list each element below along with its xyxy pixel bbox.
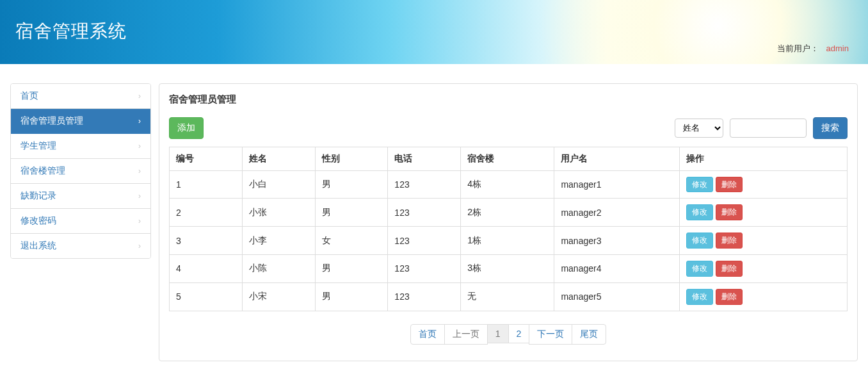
delete-button[interactable]: 删除 <box>716 177 743 193</box>
table-cell-name: 小张 <box>242 199 315 227</box>
page-prev: 上一页 <box>444 324 488 345</box>
table-cell-tel: 123 <box>388 254 461 282</box>
table-header: 电话 <box>388 147 461 170</box>
chevron-right-icon: › <box>138 117 141 126</box>
header-glow <box>538 0 868 64</box>
table-cell-ops: 修改删除 <box>679 282 847 311</box>
sidebar-item-6[interactable]: 退出系统› <box>11 234 150 258</box>
table-header: 性别 <box>315 147 388 170</box>
table-row: 4小陈男1233栋manager4修改删除 <box>170 254 848 282</box>
page-2[interactable]: 2 <box>508 324 530 343</box>
sidebar: 首页›宿舍管理员管理›学生管理›宿舍楼管理›缺勤记录›修改密码›退出系统› <box>10 83 151 361</box>
table-cell-ops: 修改删除 <box>679 254 847 282</box>
chevron-right-icon: › <box>138 241 141 250</box>
manager-table: 编号姓名性别电话宿舍楼用户名操作 1小白男1234栋manager1修改删除2小… <box>169 147 848 311</box>
toolbar: 添加 姓名 搜索 <box>169 117 848 139</box>
sidebar-item-1[interactable]: 宿舍管理员管理› <box>11 109 150 134</box>
page-1: 1 <box>487 324 509 343</box>
table-cell-dorm: 3栋 <box>461 254 554 282</box>
delete-button[interactable]: 删除 <box>716 289 743 305</box>
table-cell-id: 1 <box>170 170 243 199</box>
table-header: 姓名 <box>242 147 315 170</box>
table-cell-name: 小白 <box>242 170 315 199</box>
table-header: 编号 <box>170 147 243 170</box>
chevron-right-icon: › <box>138 192 141 200</box>
sidebar-item-label: 首页 <box>20 90 38 102</box>
chevron-right-icon: › <box>138 92 141 101</box>
table-cell-username: manager1 <box>554 170 679 199</box>
edit-button[interactable]: 修改 <box>686 233 713 249</box>
table-cell-username: manager3 <box>554 227 679 255</box>
table-cell-sex: 男 <box>315 254 388 282</box>
table-cell-id: 3 <box>170 227 243 255</box>
table-cell-name: 小陈 <box>242 254 315 282</box>
edit-button[interactable]: 修改 <box>686 289 713 305</box>
table-cell-name: 小宋 <box>242 282 315 311</box>
chevron-right-icon: › <box>138 217 141 225</box>
table-cell-sex: 男 <box>315 170 388 199</box>
search-input[interactable] <box>730 119 807 138</box>
table-cell-tel: 123 <box>388 199 461 227</box>
table-cell-dorm: 无 <box>461 282 554 311</box>
table-cell-dorm: 1栋 <box>461 227 554 255</box>
add-button[interactable]: 添加 <box>169 117 204 139</box>
table-row: 5小宋男123无manager5修改删除 <box>170 282 848 311</box>
table-header: 宿舍楼 <box>461 147 554 170</box>
table-cell-dorm: 2栋 <box>461 199 554 227</box>
table-cell-sex: 女 <box>315 227 388 255</box>
table-cell-tel: 123 <box>388 170 461 199</box>
current-user-name: admin <box>826 44 849 53</box>
chevron-right-icon: › <box>138 167 141 176</box>
sidebar-item-label: 缺勤记录 <box>20 190 56 202</box>
table-cell-username: manager4 <box>554 254 679 282</box>
panel-title: 宿舍管理员管理 <box>169 94 848 106</box>
delete-button[interactable]: 删除 <box>716 261 743 277</box>
sidebar-item-5[interactable]: 修改密码› <box>11 209 150 234</box>
sidebar-item-0[interactable]: 首页› <box>11 84 150 109</box>
table-cell-ops: 修改删除 <box>679 199 847 227</box>
sidebar-item-label: 修改密码 <box>20 215 56 227</box>
table-cell-name: 小李 <box>242 227 315 255</box>
search-field-select[interactable]: 姓名 <box>675 119 723 138</box>
table-row: 1小白男1234栋manager1修改删除 <box>170 170 848 199</box>
sidebar-item-2[interactable]: 学生管理› <box>11 134 150 159</box>
table-cell-ops: 修改删除 <box>679 227 847 255</box>
sidebar-item-3[interactable]: 宿舍楼管理› <box>11 159 150 184</box>
sidebar-item-label: 宿舍管理员管理 <box>20 115 83 127</box>
edit-button[interactable]: 修改 <box>686 261 713 277</box>
pagination: 首页上一页12下一页尾页 <box>169 324 848 345</box>
page-first[interactable]: 首页 <box>410 324 445 345</box>
table-cell-tel: 123 <box>388 282 461 311</box>
table-cell-sex: 男 <box>315 199 388 227</box>
table-cell-sex: 男 <box>315 282 388 311</box>
page-last[interactable]: 尾页 <box>572 324 606 345</box>
app-header: 宿舍管理系统 当前用户： admin <box>0 0 868 64</box>
sidebar-item-label: 学生管理 <box>20 140 56 152</box>
edit-button[interactable]: 修改 <box>686 177 713 193</box>
table-row: 3小李女1231栋manager3修改删除 <box>170 227 848 255</box>
table-cell-id: 2 <box>170 199 243 227</box>
table-header: 用户名 <box>554 147 679 170</box>
chevron-right-icon: › <box>138 142 141 151</box>
table-cell-id: 5 <box>170 282 243 311</box>
table-header: 操作 <box>679 147 847 170</box>
delete-button[interactable]: 删除 <box>716 204 743 220</box>
sidebar-item-label: 退出系统 <box>20 240 56 252</box>
sidebar-item-label: 宿舍楼管理 <box>20 165 65 177</box>
table-cell-username: manager2 <box>554 199 679 227</box>
delete-button[interactable]: 删除 <box>716 233 743 249</box>
page-next[interactable]: 下一页 <box>529 324 572 345</box>
edit-button[interactable]: 修改 <box>686 204 713 220</box>
table-cell-dorm: 4栋 <box>461 170 554 199</box>
table-cell-ops: 修改删除 <box>679 170 847 199</box>
table-cell-username: manager5 <box>554 282 679 311</box>
sidebar-item-4[interactable]: 缺勤记录› <box>11 184 150 209</box>
table-cell-tel: 123 <box>388 227 461 255</box>
app-title: 宿舍管理系统 <box>15 19 127 44</box>
table-cell-id: 4 <box>170 254 243 282</box>
search-button[interactable]: 搜索 <box>813 117 848 139</box>
main-panel: 宿舍管理员管理 添加 姓名 搜索 编号姓名性别电话宿舍楼用户名操作 1小白男12… <box>159 83 858 361</box>
current-user-label: 当前用户： <box>777 44 819 53</box>
table-row: 2小张男1232栋manager2修改删除 <box>170 199 848 227</box>
current-user: 当前用户： admin <box>777 43 849 54</box>
